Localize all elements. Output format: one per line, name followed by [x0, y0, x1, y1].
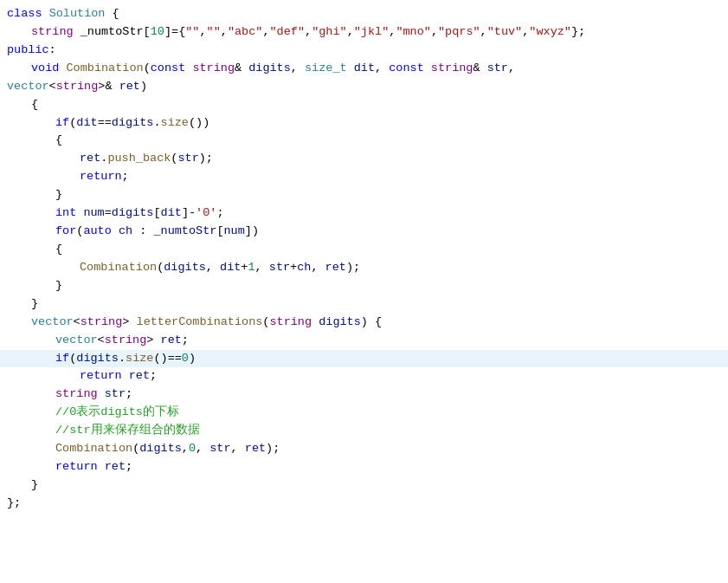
line-2: string _numtoStr[10]={"","","abc","def",…: [0, 23, 728, 42]
line-19: vector<string> ret;: [0, 332, 728, 350]
line-21: return ret;: [0, 367, 728, 385]
line-11: }: [0, 186, 728, 204]
line-10: return;: [0, 168, 728, 186]
code-editor[interactable]: class Solution { string _numtoStr[10]={"…: [0, 0, 728, 583]
line-17: }: [0, 295, 728, 314]
line-13: for(auto ch : _numtoStr[num]): [0, 223, 728, 241]
line-4: void Combination(const string& digits, s…: [0, 60, 728, 78]
line-26: return ret;: [0, 458, 728, 476]
line-15: Combination(digits, dit+1, str+ch, ret);: [0, 259, 728, 277]
line-1: class Solution {: [0, 5, 728, 23]
line-28: };: [0, 495, 728, 513]
line-3: public:: [0, 42, 728, 60]
line-5: vector<string>& ret): [0, 78, 728, 96]
line-27: }: [0, 476, 728, 495]
line-8: {: [0, 132, 728, 150]
line-14: {: [0, 241, 728, 259]
line-6: {: [0, 96, 728, 114]
line-12: int num=digits[dit]-'0';: [0, 204, 728, 223]
line-7: if(dit==digits.size()): [0, 114, 728, 133]
line-20: if(digits.size()==0): [0, 350, 728, 368]
line-23: //0表示digits的下标: [0, 404, 728, 422]
line-16: }: [0, 277, 728, 295]
line-22: string str;: [0, 385, 728, 404]
line-24: //str用来保存组合的数据: [0, 422, 728, 440]
line-9: ret.push_back(str);: [0, 150, 728, 168]
line-25: Combination(digits,0, str, ret);: [0, 440, 728, 458]
code-content: class Solution { string _numtoStr[10]={"…: [0, 3, 728, 515]
line-18: vector<string> letterCombinations(string…: [0, 314, 728, 332]
